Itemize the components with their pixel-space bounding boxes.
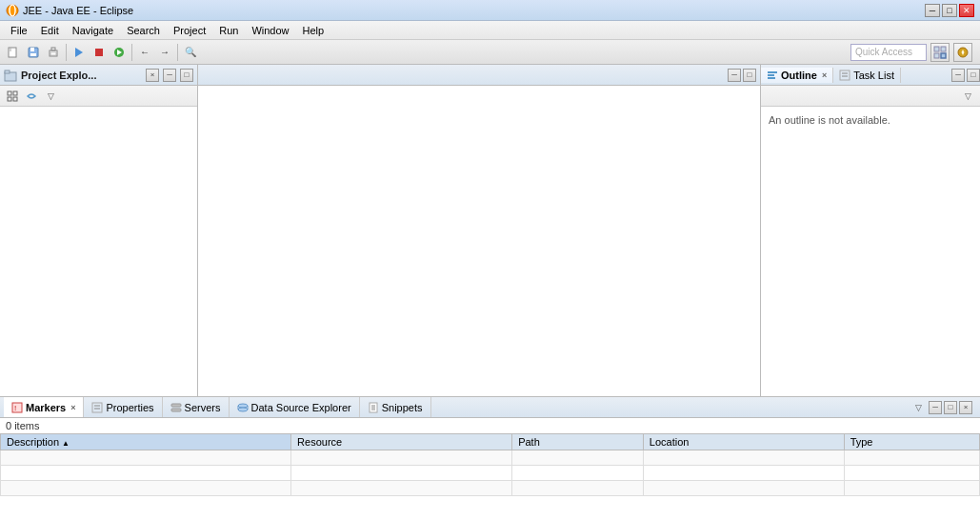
properties-tab-label: Properties xyxy=(106,402,153,413)
menu-item-window[interactable]: Window xyxy=(245,23,295,38)
main-layout: Project Explo... × ─ □ xyxy=(0,65,980,520)
eclipse-icon xyxy=(6,4,19,17)
tab-markers[interactable]: ! Markers × xyxy=(4,397,84,417)
project-explorer-maximize[interactable]: □ xyxy=(180,69,193,82)
svg-rect-28 xyxy=(768,77,775,79)
svg-text:!: ! xyxy=(14,405,16,411)
stop-button[interactable] xyxy=(90,43,109,62)
minimize-button[interactable]: ─ xyxy=(925,4,940,17)
markers-tab-label: Markers xyxy=(26,402,66,413)
open-perspective-button[interactable] xyxy=(930,43,950,62)
view-menu-button[interactable]: ▽ xyxy=(42,88,59,105)
project-explorer-minimize[interactable]: ─ xyxy=(163,69,176,82)
markers-table: Description ▲ Resource Path Location Typ… xyxy=(0,433,980,496)
debug-button[interactable] xyxy=(70,43,89,62)
outline-panel-toolbar: ▽ xyxy=(761,86,980,107)
link-with-editor-button[interactable] xyxy=(23,88,40,105)
perspective-button-2[interactable] xyxy=(953,43,972,62)
toolbar-sep-1 xyxy=(66,44,67,61)
menu-item-file[interactable]: File xyxy=(4,23,34,38)
outline-panel-minimize[interactable]: ─ xyxy=(951,69,965,82)
col-path[interactable]: Path xyxy=(512,434,644,450)
svg-rect-25 xyxy=(13,97,17,101)
markers-tab-close[interactable]: × xyxy=(70,403,75,412)
tab-snippets[interactable]: Snippets xyxy=(360,397,431,417)
center-area: Project Explo... × ─ □ xyxy=(0,65,980,396)
outline-panel-controls: ─ □ xyxy=(951,69,980,82)
svg-rect-14 xyxy=(934,47,939,51)
editor-maximize[interactable]: □ xyxy=(743,69,756,82)
svg-point-0 xyxy=(7,5,18,16)
print-button[interactable] xyxy=(44,43,63,62)
menu-item-search[interactable]: Search xyxy=(120,23,167,38)
search-button[interactable]: 🔍 xyxy=(181,43,200,62)
svg-marker-10 xyxy=(75,48,83,57)
col-location[interactable]: Location xyxy=(643,434,844,450)
svg-rect-27 xyxy=(768,74,774,76)
cell xyxy=(512,450,644,466)
menu-item-run[interactable]: Run xyxy=(212,23,245,38)
table-row xyxy=(1,450,980,466)
bottom-panel-content: 0 items Description ▲ Resource Path Loca… xyxy=(0,418,980,520)
col-description[interactable]: Description ▲ xyxy=(1,434,291,450)
tab-properties[interactable]: Properties xyxy=(84,397,162,417)
outline-view-menu-icon: ▽ xyxy=(965,91,971,101)
editor-minimize[interactable]: ─ xyxy=(728,69,741,82)
col-type[interactable]: Type xyxy=(844,434,979,450)
project-explorer-toolbar: ▽ xyxy=(0,86,197,107)
items-count: 0 items xyxy=(0,418,980,433)
close-button[interactable]: ✕ xyxy=(959,4,974,17)
table-row xyxy=(1,466,980,481)
servers-icon xyxy=(170,402,182,413)
outline-message: An outline is not available. xyxy=(769,114,890,126)
project-explorer-close[interactable]: × xyxy=(146,69,159,82)
toolbar-sep-3 xyxy=(177,44,178,61)
run-button[interactable] xyxy=(110,43,129,62)
bottom-panel-minimize[interactable]: ─ xyxy=(929,401,942,414)
project-explorer-icon xyxy=(4,69,17,82)
bottom-view-menu-button[interactable]: ▽ xyxy=(910,399,927,416)
outline-tab-close[interactable]: × xyxy=(822,70,827,80)
tab-servers[interactable]: Servers xyxy=(163,397,230,417)
svg-rect-9 xyxy=(50,52,56,55)
menu-bar: FileEditNavigateSearchProjectRunWindowHe… xyxy=(0,21,980,40)
svg-rect-23 xyxy=(13,91,17,95)
menu-item-navigate[interactable]: Navigate xyxy=(66,23,120,38)
svg-rect-22 xyxy=(8,91,11,95)
quick-access-input[interactable]: Quick Access xyxy=(850,44,927,61)
col-resource[interactable]: Resource xyxy=(291,434,512,450)
save-button[interactable] xyxy=(24,43,43,62)
menu-item-project[interactable]: Project xyxy=(167,23,212,38)
svg-rect-6 xyxy=(30,53,36,56)
bottom-panel-maximize[interactable]: □ xyxy=(944,401,957,414)
outline-view-menu[interactable]: ▽ xyxy=(959,88,976,105)
svg-rect-16 xyxy=(934,53,939,58)
outline-panel: Outline × Task List ─ □ xyxy=(761,65,980,396)
cell xyxy=(512,466,644,481)
task-list-icon xyxy=(839,70,850,81)
outline-panel-maximize[interactable]: □ xyxy=(967,69,980,82)
menu-item-help[interactable]: Help xyxy=(296,23,331,38)
tab-outline[interactable]: Outline × xyxy=(761,68,833,83)
svg-rect-26 xyxy=(768,71,777,73)
project-explorer-header: Project Explo... × ─ □ xyxy=(0,65,197,86)
search-toolbar-group: 🔍 xyxy=(181,43,200,62)
collapse-all-button[interactable] xyxy=(4,88,21,105)
task-list-tab-label: Task List xyxy=(853,70,894,81)
file-toolbar-group xyxy=(4,43,63,62)
cell xyxy=(1,466,291,481)
svg-rect-8 xyxy=(51,48,55,50)
maximize-button[interactable]: □ xyxy=(942,4,957,17)
svg-rect-15 xyxy=(941,47,946,51)
back-button[interactable]: ← xyxy=(135,43,154,62)
cell xyxy=(1,481,291,496)
bottom-panel-close[interactable]: × xyxy=(959,401,972,414)
forward-button[interactable]: → xyxy=(155,43,174,62)
editor-content[interactable] xyxy=(198,86,760,396)
menu-item-edit[interactable]: Edit xyxy=(34,23,66,38)
svg-rect-5 xyxy=(30,48,34,51)
tab-data-source[interactable]: Data Source Explorer xyxy=(230,397,360,417)
tab-task-list[interactable]: Task List xyxy=(833,68,901,83)
new-button[interactable] xyxy=(4,43,23,62)
svg-rect-17 xyxy=(941,53,946,58)
